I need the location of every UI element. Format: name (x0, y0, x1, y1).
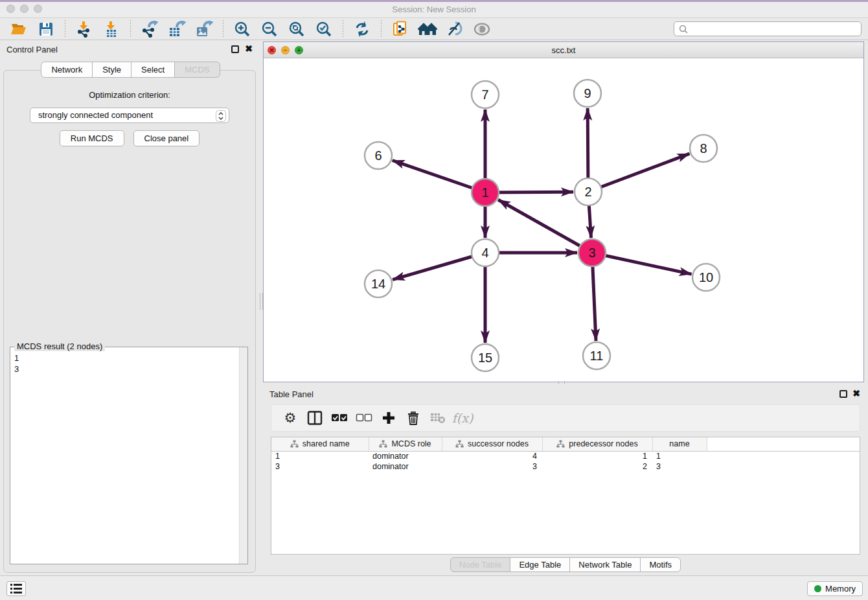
graph-edge-3-10[interactable] (592, 253, 692, 274)
search-field[interactable] (674, 21, 862, 36)
import-network-icon[interactable] (74, 20, 94, 38)
toolbar-separator (65, 20, 65, 38)
horizontal-splitter-handle[interactable] (558, 381, 565, 384)
graph-node-7[interactable]: 7 (472, 81, 499, 108)
zoom-in-icon[interactable] (233, 20, 252, 38)
task-history-button[interactable] (6, 581, 26, 596)
table-cell[interactable]: 1 (271, 451, 369, 461)
search-icon (679, 25, 688, 34)
table-row[interactable]: 3dominator323 (271, 461, 860, 472)
network-from-file-icon[interactable] (391, 20, 410, 38)
svg-text:1: 1 (481, 185, 488, 200)
zoom-out-icon[interactable] (260, 20, 279, 38)
table-cell[interactable] (707, 451, 860, 461)
node-table[interactable]: shared name MCDS role successor nodes pr… (271, 437, 860, 555)
run-mcds-button[interactable]: Run MCDS (60, 130, 124, 146)
graph-node-9[interactable]: 9 (574, 80, 601, 107)
toolbar-separator (381, 20, 382, 38)
graph-node-1[interactable]: 1 (472, 179, 499, 206)
table-close-icon[interactable]: ✖ (852, 389, 860, 398)
tab-select[interactable]: Select (131, 62, 175, 78)
toolbar-separator (343, 20, 343, 38)
tab-mcds[interactable]: MCDS (174, 62, 220, 78)
table-cell[interactable]: 2 (542, 461, 652, 472)
criterion-dropdown[interactable]: strongly connected component (30, 108, 229, 123)
create-column-plus-icon[interactable] (379, 408, 398, 428)
mcds-result-box: MCDS result (2 nodes) 1 3 (10, 347, 248, 564)
table-cell[interactable]: 1 (652, 451, 707, 461)
col-mcds-role[interactable]: MCDS role (369, 437, 442, 451)
graph-node-14[interactable]: 14 (365, 270, 392, 297)
table-cell[interactable]: 4 (442, 451, 542, 461)
graph-node-10[interactable]: 10 (692, 264, 720, 291)
network-window-titlebar[interactable]: ✕ − + scc.txt (264, 42, 863, 58)
zoom-fit-icon[interactable] (287, 20, 306, 38)
network-canvas[interactable]: 7968124314101511 (264, 58, 863, 382)
tab-edge-table[interactable]: Edge Table (510, 557, 570, 572)
tab-node-table[interactable]: Node Table (450, 557, 511, 572)
status-bar: Memory (0, 575, 868, 600)
table-cell[interactable] (707, 461, 860, 472)
close-panel-button[interactable]: Close panel (133, 130, 200, 146)
delete-column-trash-icon[interactable] (404, 408, 423, 428)
graph-edge-1-6[interactable] (393, 161, 485, 192)
tab-style[interactable]: Style (92, 62, 131, 78)
table-cell[interactable]: 3 (271, 461, 369, 472)
table-panel: Table Panel ✖ ⚙ f(x) shared nam (263, 385, 868, 575)
graph-node-2[interactable]: 2 (575, 178, 602, 205)
table-cell[interactable]: 1 (542, 451, 652, 461)
deselect-all-icon[interactable] (354, 408, 374, 428)
tab-network-table[interactable]: Network Table (569, 557, 641, 572)
table-settings-gear-icon[interactable]: ⚙ (280, 408, 300, 428)
function-builder-icon: f(x) (453, 408, 472, 428)
column-type-icon (379, 440, 387, 448)
graph-node-3[interactable]: 3 (578, 239, 606, 266)
memory-button[interactable]: Memory (807, 581, 863, 596)
table-cell[interactable]: 3 (652, 461, 707, 472)
export-network-icon[interactable] (140, 20, 159, 38)
graph-node-15[interactable]: 15 (472, 344, 499, 371)
table-cell[interactable]: dominator (369, 461, 442, 472)
tab-network[interactable]: Network (41, 62, 93, 78)
refresh-icon[interactable] (352, 20, 372, 38)
graph-edge-4-14[interactable] (393, 253, 485, 280)
table-row[interactable]: 1dominator411 (271, 451, 860, 461)
float-panel-icon[interactable] (231, 45, 239, 53)
table-float-icon[interactable] (839, 390, 847, 398)
delete-table-icon[interactable] (428, 408, 448, 428)
list-icon (10, 583, 23, 594)
export-table-icon[interactable] (167, 20, 187, 38)
search-input[interactable] (691, 23, 861, 35)
export-image-icon[interactable] (194, 20, 214, 38)
svg-text:6: 6 (374, 148, 382, 163)
optimization-criterion-label: Optimization criterion: (4, 90, 255, 100)
graph-node-11[interactable]: 11 (583, 342, 610, 369)
col-predecessor-nodes[interactable]: predecessor nodes (542, 437, 652, 451)
table-cell[interactable]: 3 (442, 461, 542, 472)
col-successor-nodes[interactable]: successor nodes (442, 437, 542, 451)
tab-motifs[interactable]: Motifs (640, 557, 681, 572)
col-name[interactable]: name (652, 437, 707, 451)
show-networks-icon[interactable] (418, 20, 437, 38)
vizmapper-icon[interactable] (445, 20, 464, 38)
hide-graphics-eye-icon[interactable] (472, 20, 492, 38)
graph-node-8[interactable]: 8 (690, 135, 717, 162)
select-all-icon[interactable] (330, 408, 349, 428)
open-file-icon[interactable] (9, 20, 29, 38)
graph-edge-2-8[interactable] (588, 154, 689, 192)
graph-edge-3-1[interactable] (498, 200, 592, 253)
import-table-icon[interactable] (102, 20, 121, 38)
graph-node-4[interactable]: 4 (472, 239, 499, 266)
zoom-selected-icon[interactable] (314, 20, 334, 38)
table-header-row[interactable]: shared name MCDS role successor nodes pr… (271, 437, 860, 451)
graph-node-6[interactable]: 6 (365, 142, 392, 169)
control-panel-tabs: Network Style Select MCDS (0, 62, 261, 78)
result-scrollbar[interactable] (239, 347, 247, 564)
column-type-icon (290, 440, 299, 448)
svg-text:8: 8 (700, 141, 707, 156)
save-session-icon[interactable] (36, 20, 56, 38)
col-shared-name[interactable]: shared name (271, 437, 369, 451)
table-cell[interactable]: dominator (369, 451, 442, 461)
show-columns-icon[interactable] (305, 408, 325, 428)
close-panel-icon[interactable]: ✖ (245, 44, 253, 53)
